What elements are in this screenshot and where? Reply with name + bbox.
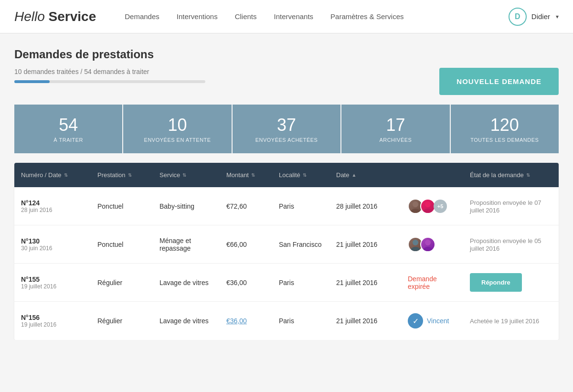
chevron-down-icon[interactable]: ▾	[556, 13, 559, 20]
cell-prest-1: Ponctuel	[91, 233, 153, 256]
svg-point-1	[411, 209, 420, 213]
cell-interv-3: ✓ Vincent	[401, 306, 463, 336]
stat-label-achetees: ENVOYÉES ACHETÉES	[240, 137, 333, 143]
row-number-0: N°124	[21, 199, 84, 207]
cell-date-1: 21 juillet 2016	[329, 233, 401, 256]
cell-prest-2: Régulier	[91, 271, 153, 294]
cell-serv-3: Lavage de vitres	[153, 309, 220, 332]
nav-interventions[interactable]: Interventions	[177, 12, 218, 21]
stat-number-attente: 10	[131, 115, 223, 135]
subtitle: 10 demandes traitées / 54 demandes à tra…	[14, 68, 439, 75]
th-prestation[interactable]: Prestation ⇅	[91, 163, 153, 187]
svg-point-0	[413, 201, 418, 207]
cell-loc-3: Paris	[272, 309, 329, 332]
sort-icon-prest: ⇅	[128, 172, 132, 178]
nav-intervenants[interactable]: Intervenants	[274, 12, 314, 21]
stat-card-archivees: 17 ARCHIVÉES	[341, 105, 450, 153]
demands-table: Numéro / Date ⇅ Prestation ⇅ Service ⇅ M…	[14, 163, 559, 340]
row-date-0: 28 juin 2016	[21, 207, 84, 213]
nav-clients[interactable]: Clients	[235, 12, 257, 21]
cell-loc-1: San Francisco	[272, 233, 329, 256]
page-title: Demandes de prestations	[14, 48, 559, 61]
amount-link-3[interactable]: €36,00	[226, 317, 247, 325]
check-circle-3: ✓	[408, 313, 423, 328]
th-intervenants	[401, 167, 463, 184]
sort-icon-loc: ⇅	[303, 172, 307, 178]
th-montant[interactable]: Montant ⇅	[220, 163, 272, 187]
th-service[interactable]: Service ⇅	[153, 163, 220, 187]
stat-label-attente: ENVOYÉES EN ATTENTE	[131, 137, 223, 143]
table-row: N°124 28 juin 2016 Ponctuel Baby-sitting…	[14, 187, 559, 225]
stats-progress: 10 demandes traitées / 54 demandes à tra…	[14, 68, 439, 95]
stat-card-toutes: 120 TOUTES LES DEMANDES	[451, 105, 559, 153]
sort-icon-date: ▲	[351, 172, 356, 178]
status-text-3: Achetée le 19 juillet 2016	[470, 318, 539, 325]
cell-num-0: N°124 28 juin 2016	[14, 191, 91, 221]
sort-icon-num: ⇅	[64, 172, 68, 178]
progress-bar-container	[14, 80, 205, 83]
stat-label-traiter: À TRAITER	[22, 137, 115, 143]
cell-etat-3: Achetée le 19 juillet 2016	[463, 309, 559, 332]
stat-cards: 54 À TRAITER 10 ENVOYÉES EN ATTENTE 37 E…	[14, 105, 559, 153]
svg-point-5	[411, 247, 420, 251]
cell-serv-1: Ménage et repassage	[153, 229, 220, 260]
cell-loc-2: Paris	[272, 271, 329, 294]
svg-point-2	[425, 201, 431, 207]
stat-card-attente: 10 ENVOYÉES EN ATTENTE	[123, 105, 232, 153]
row-number-1: N°130	[21, 237, 84, 245]
app-header: Hello Service Demandes Interventions Cli…	[0, 0, 573, 33]
new-demand-button[interactable]: NOUVELLE DEMANDE	[439, 68, 559, 95]
row-date-1: 30 juin 2016	[21, 245, 84, 252]
cell-interv-1	[401, 229, 463, 260]
user-area: D Didier ▾	[509, 8, 559, 26]
table-row: N°130 30 juin 2016 Ponctuel Ménage et re…	[14, 225, 559, 264]
cell-num-3: N°156 19 juillet 2016	[14, 306, 91, 336]
table-row: N°155 19 juillet 2016 Régulier Lavage de…	[14, 264, 559, 302]
table-header: Numéro / Date ⇅ Prestation ⇅ Service ⇅ M…	[14, 163, 559, 187]
nav-demandes[interactable]: Demandes	[125, 12, 159, 21]
repondre-button-2[interactable]: Répondre	[470, 273, 522, 292]
table-row: N°156 19 juillet 2016 Régulier Lavage de…	[14, 302, 559, 340]
main-nav: Demandes Interventions Clients Intervena…	[125, 12, 509, 21]
sort-icon-serv: ⇅	[182, 172, 186, 178]
th-localite[interactable]: Localité ⇅	[272, 163, 329, 187]
cell-prest-3: Régulier	[91, 309, 153, 332]
row-number-3: N°156	[21, 314, 84, 321]
cell-date-2: 21 juillet 2016	[329, 271, 401, 294]
cell-prest-0: Ponctuel	[91, 195, 153, 218]
avatar-female2-1	[420, 237, 435, 252]
top-row: 10 demandes traitées / 54 demandes à tra…	[14, 68, 559, 95]
cell-date-3: 21 juillet 2016	[329, 309, 401, 332]
status-expired-2: Demande expirée	[408, 275, 437, 290]
status-text-1: Proposition envoyée le 05 juillet 2016	[470, 237, 541, 252]
user-name: Didier	[531, 12, 550, 21]
cell-etat-2: Répondre	[463, 265, 559, 299]
stat-card-traiter: 54 À TRAITER	[14, 105, 123, 153]
th-date[interactable]: Date ▲	[329, 163, 401, 187]
status-text-0: Proposition envoyée le 07 juillet 2016	[470, 199, 541, 214]
svg-point-6	[425, 240, 431, 245]
cell-etat-1: Proposition envoyée le 05 juillet 2016	[463, 229, 559, 260]
cell-loc-0: Paris	[272, 195, 329, 218]
avatars-1	[408, 237, 456, 252]
stat-label-archivees: ARCHIVÉES	[349, 137, 442, 143]
row-date-3: 19 juillet 2016	[21, 321, 84, 328]
cell-num-2: N°155 19 juillet 2016	[14, 268, 91, 297]
row-number-2: N°155	[21, 275, 84, 283]
nav-parametres[interactable]: Paramètres & Services	[330, 12, 403, 21]
progress-bar-fill	[14, 80, 50, 83]
svg-point-7	[423, 247, 433, 251]
stat-card-achetees: 37 ENVOYÉES ACHETÉES	[233, 105, 341, 153]
th-numero-date[interactable]: Numéro / Date ⇅	[14, 163, 91, 187]
cell-num-1: N°130 30 juin 2016	[14, 230, 91, 259]
stat-label-toutes: TOUTES LES DEMANDES	[458, 137, 551, 143]
cell-interv-2: Demande expirée	[401, 267, 463, 298]
sort-icon-etat: ⇅	[526, 172, 530, 178]
user-avatar: D	[509, 8, 527, 26]
app-logo: Hello Service	[14, 9, 96, 24]
main-content: Demandes de prestations 10 demandes trai…	[0, 33, 573, 340]
cell-mont-3[interactable]: €36,00	[220, 309, 272, 332]
th-etat[interactable]: État de la demande ⇅	[463, 163, 559, 187]
cell-mont-1: €66,00	[220, 233, 272, 256]
svg-point-3	[423, 209, 433, 213]
